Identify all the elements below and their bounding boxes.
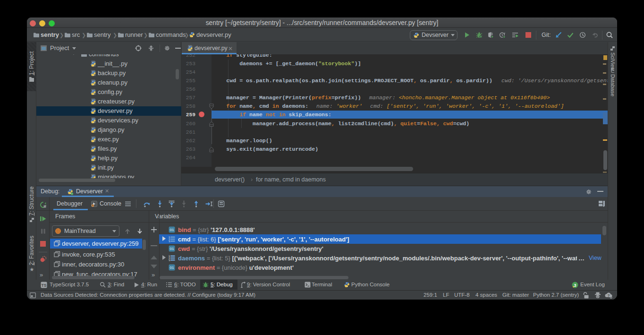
- svg-text:3: 3: [574, 283, 576, 288]
- svg-text:?: ?: [608, 293, 610, 298]
- svg-text:TS: TS: [42, 283, 47, 288]
- svg-text:3: 3: [169, 259, 170, 262]
- svg-text:01: 01: [170, 247, 174, 251]
- svg-text:01: 01: [170, 228, 174, 232]
- svg-text:3: 3: [169, 241, 170, 243]
- svg-text:01: 01: [170, 266, 174, 270]
